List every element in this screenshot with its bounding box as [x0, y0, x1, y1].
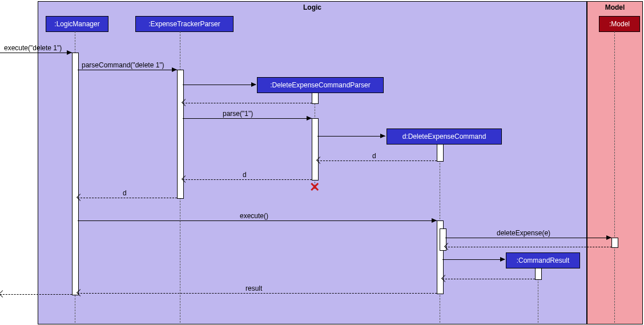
msg-parse-label: parse("1") — [223, 110, 253, 118]
logic-frame-title: Logic — [38, 2, 586, 13]
delexpensecommand-activation-create — [437, 143, 444, 162]
msg-deleteexpense-arrow — [606, 235, 611, 240]
model-head: :Model — [599, 16, 640, 32]
msg-create-cr-return-line — [442, 279, 535, 279]
msg-d3-label: d — [123, 189, 127, 197]
logicmanager-activation — [72, 53, 79, 295]
model-frame-title: Model — [587, 2, 642, 13]
msg-create-decp-arrow — [251, 82, 256, 87]
msg-deleteexpense-return-line — [445, 247, 611, 247]
msg-parsecommand-arrow — [172, 67, 177, 72]
model-label: :Model — [609, 20, 630, 28]
msg-d3-line — [78, 198, 177, 198]
msg-create-dec-line — [317, 136, 385, 137]
msg-parsecommand-label: parseCommand("delete 1") — [82, 61, 164, 69]
msg-parsecommand-line — [78, 70, 177, 70]
logicmanager-head: :LogicManager — [46, 16, 108, 32]
delexpensecmdparser-head: :DeleteExpenseCommandParser — [257, 77, 384, 93]
msg-d1-line — [317, 161, 437, 161]
msg-final-return-line — [0, 294, 72, 295]
delexpensecmdparser-activation-parse — [312, 118, 319, 180]
commandresult-label: :CommandResult — [517, 256, 570, 264]
msg-result-line — [78, 293, 437, 294]
expensetrackerparser-head: :ExpenseTrackerParser — [135, 16, 234, 32]
commandresult-activation — [535, 267, 542, 280]
msg-execute-entry-arrow — [67, 50, 72, 55]
commandresult-head: :CommandResult — [506, 252, 580, 268]
destroy-icon: ✕ — [309, 180, 320, 195]
msg-create-cr-line — [442, 259, 505, 260]
model-activation — [611, 238, 618, 248]
msg-deleteexpense-line — [445, 238, 611, 238]
delexpensecommand-label: d:DeleteExpenseCommand — [402, 133, 486, 141]
delexpensecmdparser-label: :DeleteExpenseCommandParser — [270, 81, 370, 89]
expensetrackerparser-label: :ExpenseTrackerParser — [148, 20, 220, 28]
msg-create-cr-arrow — [500, 257, 505, 262]
msg-d1-label: d — [372, 152, 376, 160]
msg-parse-line — [183, 118, 312, 119]
msg-execute-entry-label: execute("delete 1") — [4, 44, 62, 52]
msg-d2-label: d — [243, 171, 247, 179]
msg-create-decp-line — [183, 85, 256, 85]
msg-create-decp-return-line — [183, 103, 312, 103]
msg-result-label: result — [245, 284, 262, 292]
sequence-diagram: Logic Model :LogicManager :ExpenseTracke… — [0, 0, 644, 325]
msg-execute-label: execute() — [240, 212, 268, 220]
msg-create-dec-arrow — [380, 134, 385, 138]
msg-deleteexpense-label: deleteExpense(e) — [497, 229, 550, 237]
msg-final-return-arrow — [0, 290, 6, 298]
msg-d2-line — [183, 179, 312, 180]
msg-execute-entry-line — [0, 53, 72, 53]
model-lifeline — [614, 31, 615, 323]
msg-execute-arrow — [432, 218, 437, 223]
delexpensecmdparser-activation-create — [312, 92, 319, 104]
msg-parse-arrow — [307, 116, 312, 121]
delexpensecommand-head: d:DeleteExpenseCommand — [387, 129, 502, 145]
model-frame: Model — [587, 1, 643, 324]
logicmanager-label: :LogicManager — [54, 20, 99, 28]
msg-execute-line — [78, 220, 437, 221]
